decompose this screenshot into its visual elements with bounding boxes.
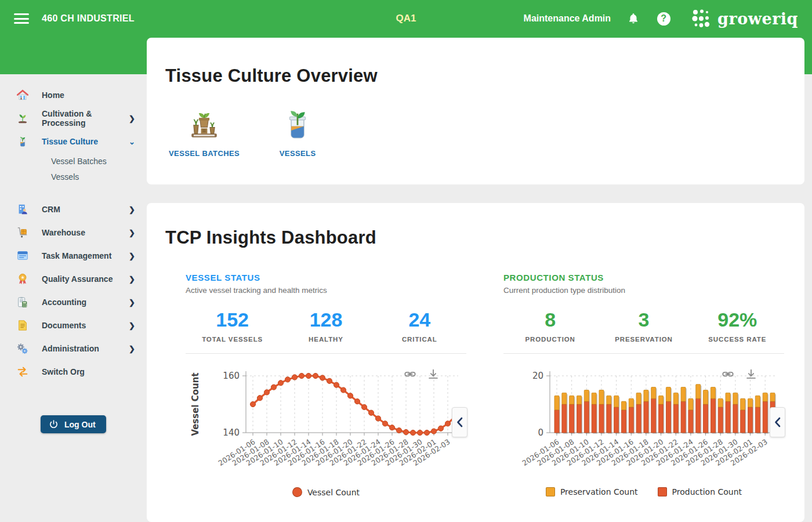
chevron-right-icon: ❯ — [129, 229, 135, 237]
quick-link-vessels[interactable]: VESSELS — [265, 107, 330, 158]
sidebar-item-cultivation-processing[interactable]: Cultivation & Processing❯ — [0, 107, 147, 130]
sidebar-subitem-vessel-batches[interactable]: Vessel Batches — [0, 153, 147, 169]
panel-production-status: PRODUCTION STATUSCurrent production type… — [503, 273, 784, 497]
svg-text:140: 140 — [223, 427, 240, 438]
switch-org-icon — [16, 365, 29, 378]
accounting-icon — [16, 296, 29, 309]
sidebar-nav: HomeCultivation & Processing❯Tissue Cult… — [0, 74, 147, 522]
sidebar-item-label: Task Management — [42, 251, 111, 260]
tissue-culture-icon — [16, 135, 29, 148]
groweriq-logo-text: groweriq — [717, 10, 798, 28]
stat-production: 8PRODUCTION — [503, 309, 597, 343]
legend-item-production-count[interactable]: Production Count — [658, 487, 742, 496]
panel-heading: PRODUCTION STATUS — [503, 273, 784, 282]
sidebar-item-label: Cultivation & Processing — [42, 109, 129, 128]
panel-heading: VESSEL STATUS — [186, 273, 466, 282]
sidebar-item-quality-assurance[interactable]: Quality Assurance❯ — [0, 267, 147, 291]
vessel-batches-icon — [187, 107, 221, 143]
logout-button[interactable]: Log Out — [41, 415, 106, 433]
quick-link-label: VESSEL BATCHES — [169, 149, 240, 158]
chart-prev-button[interactable] — [452, 407, 467, 437]
sidebar-item-label: Documents — [42, 321, 86, 330]
chart-link-icon[interactable] — [404, 368, 416, 380]
administration-icon — [16, 342, 29, 355]
warehouse-icon — [16, 226, 29, 239]
svg-text:0: 0 — [538, 427, 543, 438]
sidebar-item-accounting[interactable]: Accounting❯ — [0, 291, 147, 314]
sidebar-item-label: Quality Assurance — [42, 274, 113, 284]
groweriq-logo-mark — [690, 7, 713, 30]
page-title: Tissue Culture Overview — [165, 66, 786, 86]
sidebar-item-administration[interactable]: Administration❯ — [0, 337, 147, 360]
documents-icon — [16, 319, 29, 332]
task-management-icon — [16, 249, 29, 262]
sidebar-item-task-management[interactable]: Task Management❯ — [0, 244, 147, 267]
tcp-insights-card: TCP Insights Dashboard VESSEL STATUSActi… — [147, 203, 804, 522]
sidebar-item-label: Switch Org — [42, 367, 85, 376]
legend-item-preservation-count[interactable]: Preservation Count — [546, 487, 638, 496]
sidebar-subitem-vessels[interactable]: Vessels — [0, 169, 147, 184]
chevron-right-icon: ❯ — [129, 321, 135, 330]
sidebar-item-switch-org[interactable]: Switch Org — [0, 360, 147, 383]
stat-preservation: 3PRESERVATION — [597, 309, 690, 343]
chart-download-icon[interactable] — [745, 368, 757, 380]
chevron-right-icon: ❯ — [129, 114, 135, 123]
svg-text:Vessel Count: Vessel Count — [190, 372, 201, 436]
sidebar-item-label: Administration — [42, 344, 99, 353]
panel-vessel-status: VESSEL STATUSActive vessel tracking and … — [186, 273, 466, 497]
tissue-culture-overview-card: Tissue Culture Overview VESSEL BATCHESVE… — [147, 38, 804, 184]
svg-text:20: 20 — [532, 371, 543, 381]
sidebar-item-documents[interactable]: Documents❯ — [0, 314, 147, 337]
chevron-right-icon: ❯ — [129, 205, 135, 214]
menu-icon[interactable] — [14, 13, 29, 24]
help-icon[interactable]: ? — [656, 11, 671, 26]
stat-success-rate: 92%SUCCESS RATE — [691, 309, 784, 343]
insights-title: TCP Insights Dashboard — [165, 227, 786, 248]
panel-subtitle: Active vessel tracking and health metric… — [186, 286, 466, 295]
power-icon — [49, 419, 59, 429]
org-name: 460 CH INDUSTRIEL — [42, 13, 135, 24]
chart-block: 0202026-01-062026-01-082026-01-102026-01… — [503, 362, 784, 496]
chevron-right-icon: ❯ — [129, 345, 135, 353]
sidebar-item-warehouse[interactable]: Warehouse❯ — [0, 221, 147, 244]
notifications-bell-icon[interactable] — [626, 11, 641, 26]
environment-label: QA1 — [396, 13, 416, 24]
home-icon — [16, 89, 29, 102]
chart-link-icon[interactable] — [722, 368, 734, 380]
legend-item-vessel-count[interactable]: Vessel Count — [292, 487, 360, 497]
vessels-icon — [281, 107, 314, 143]
chart-block: 1401602026-01-062026-01-082026-01-102026… — [186, 362, 466, 497]
groweriq-logo: groweriq — [690, 7, 798, 30]
stat-healthy: 128HEALTHY — [279, 309, 372, 343]
user-menu[interactable]: Maintenance Admin — [524, 13, 611, 24]
chart-download-icon[interactable] — [427, 368, 440, 380]
quality-assurance-icon — [16, 273, 29, 285]
chart-legend: Preservation CountProduction Count — [503, 487, 784, 496]
sidebar-item-crm[interactable]: CRM❯ — [0, 198, 147, 221]
cultivation-icon — [16, 112, 29, 125]
chart-legend: Vessel Count — [186, 487, 466, 497]
sidebar-item-home[interactable]: Home — [0, 84, 147, 107]
sidebar-item-tissue-culture[interactable]: Tissue Culture⌄ — [0, 130, 147, 153]
quick-link-vessel-batches[interactable]: VESSEL BATCHES — [169, 107, 240, 158]
sidebar-item-label: Warehouse — [42, 228, 85, 237]
crm-icon — [16, 203, 29, 216]
chevron-right-icon: ❯ — [129, 252, 135, 260]
chevron-right-icon: ❯ — [129, 275, 135, 284]
stat-total-vessels: 152TOTAL VESSELS — [186, 309, 279, 343]
stat-critical: 24CRITICAL — [373, 309, 466, 343]
chart-prev-button[interactable] — [770, 407, 785, 437]
svg-text:160: 160 — [223, 371, 240, 381]
panel-subtitle: Current production type distribution — [503, 286, 784, 295]
sidebar-item-label: CRM — [42, 205, 60, 214]
sidebar-item-label: Home — [42, 90, 64, 100]
chevron-down-icon: ⌄ — [129, 137, 135, 146]
sidebar-item-label: Accounting — [42, 298, 86, 307]
top-app-bar: 460 CH INDUSTRIEL QA1 Maintenance Admin … — [0, 0, 812, 37]
sidebar-item-label: Tissue Culture — [42, 137, 98, 146]
chevron-right-icon: ❯ — [129, 298, 135, 307]
quick-link-label: VESSELS — [280, 149, 316, 158]
